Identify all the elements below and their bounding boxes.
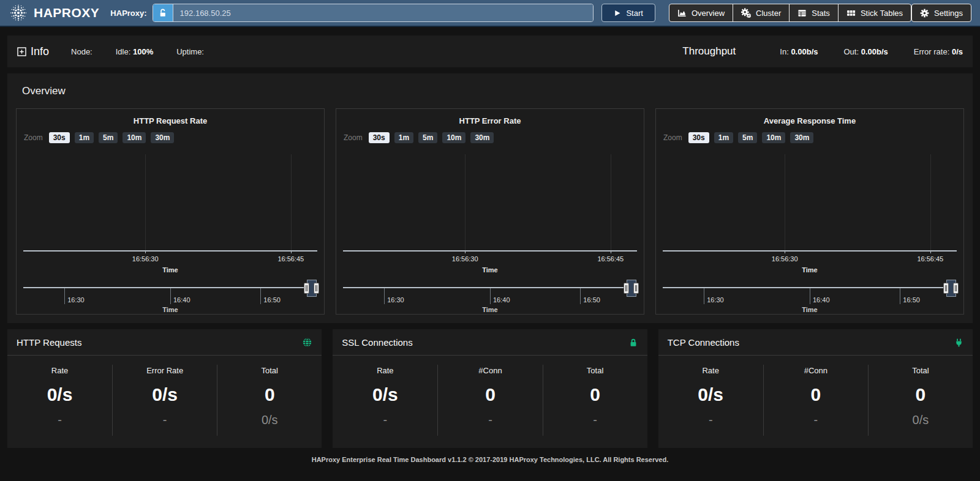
- idle-field: Idle: 100%: [116, 47, 153, 56]
- navigator[interactable]: 16:30 16:40 16:50 Time: [23, 287, 317, 288]
- navigator-tick-label: 16:30: [67, 296, 85, 304]
- navigator-tick-label: 16:50: [583, 296, 600, 304]
- navigator-right-handle[interactable]: [314, 283, 319, 294]
- chart-title: HTTP Error Rate: [336, 116, 644, 125]
- gridline: [930, 154, 931, 250]
- plot-area[interactable]: [343, 153, 637, 252]
- x-axis-labels: 16:56:30 16:56:45: [23, 255, 317, 263]
- card-title: TCP Connections: [668, 337, 739, 348]
- navigator-left-handle[interactable]: [624, 283, 629, 294]
- zoom-10m-button[interactable]: 10m: [123, 132, 146, 143]
- navigator-tick: [64, 288, 65, 304]
- zoom-5m-button[interactable]: 5m: [99, 132, 118, 143]
- http-requests-card: HTTP Requests Rate 0/s -: [7, 329, 322, 448]
- navigator-tick-label: 16:40: [173, 296, 190, 304]
- card-title: HTTP Requests: [17, 337, 81, 348]
- navigator-left-handle[interactable]: [304, 283, 309, 294]
- navigator-tick: [810, 288, 810, 304]
- zoom-1m-button[interactable]: 1m: [714, 132, 733, 143]
- zoom-10m-button[interactable]: 10m: [762, 132, 785, 143]
- area-chart-icon: [677, 9, 687, 18]
- card-body: Rate 0/s - #Conn 0 - Total 0 -: [333, 356, 647, 442]
- navigator[interactable]: 16:30 16:40 16:50 Time: [663, 287, 957, 288]
- zoom-label: Zoom: [663, 133, 682, 142]
- zoom-5m-button[interactable]: 5m: [418, 132, 437, 143]
- zoom-30m-button[interactable]: 30m: [151, 132, 174, 143]
- footer-copyright: HAProxy Enterprise Real Time Dashboard v…: [0, 456, 980, 463]
- address-input-group: [153, 4, 594, 22]
- chart-average-response-time: Average Response Time Zoom 30s 1m 5m 10m…: [655, 108, 964, 315]
- cluster-nav-label: Cluster: [756, 9, 781, 18]
- x-axis-title: Time: [23, 266, 317, 274]
- plot-area[interactable]: [23, 153, 317, 252]
- play-icon: [614, 9, 621, 17]
- navigator-right-handle[interactable]: [633, 283, 639, 294]
- navigator-right-handle[interactable]: [953, 283, 959, 294]
- navigator-left-handle[interactable]: [943, 283, 949, 294]
- zoom-5m-button[interactable]: 5m: [738, 132, 757, 143]
- stick-tables-nav-button[interactable]: Stick Tables: [838, 4, 911, 22]
- haproxy-address-label: HAProxy:: [110, 9, 146, 18]
- zoom-10m-button[interactable]: 10m: [442, 132, 466, 143]
- navigator-tick: [490, 288, 491, 304]
- zoom-30m-button[interactable]: 30m: [470, 132, 494, 143]
- x-tick: [465, 250, 466, 253]
- x-axis-labels: 16:56:30 16:56:45: [663, 255, 957, 263]
- plot-area[interactable]: [663, 153, 957, 252]
- x-tick: [785, 250, 785, 253]
- metric-rate: Rate 0/s -: [333, 365, 437, 436]
- unlock-icon[interactable]: [153, 4, 173, 21]
- zoom-controls: Zoom 30s 1m 5m 10m 30m: [344, 132, 494, 143]
- error-rate: Error rate: 0/s: [914, 47, 963, 56]
- card-header: TCP Connections: [658, 329, 973, 356]
- overview-panel: Overview HTTP Request Rate Zoom 30s 1m 5…: [7, 73, 973, 323]
- metric-error-rate: Error Rate 0/s -: [112, 365, 217, 436]
- plug-icon: [954, 338, 963, 348]
- chart-title: Average Response Time: [656, 116, 963, 125]
- stats-nav-button[interactable]: Stats: [789, 4, 839, 22]
- metric-total: Total 0 0/s: [868, 365, 973, 436]
- info-bar: Info Node: Idle: 100% Uptime: Throughput…: [7, 35, 973, 67]
- lock-icon: [628, 338, 638, 348]
- uptime-field: Uptime:: [176, 47, 204, 56]
- metric-total: Total 0 -: [543, 365, 647, 436]
- ssl-connections-card: SSL Connections Rate 0/s - #Conn 0 - Tot…: [333, 329, 647, 448]
- throughput-in: In: 0.00b/s: [780, 47, 818, 56]
- navigator-tick: [170, 288, 171, 304]
- navigator-tick: [580, 288, 581, 304]
- zoom-30s-button[interactable]: 30s: [49, 132, 70, 143]
- zoom-30s-button[interactable]: 30s: [369, 132, 390, 143]
- summary-cards-row: HTTP Requests Rate 0/s -: [7, 329, 973, 448]
- navigator-tick: [704, 288, 704, 304]
- metric-conn: #Conn 0 -: [437, 365, 542, 436]
- navigator-tick: [900, 288, 900, 304]
- zoom-controls: Zoom 30s 1m 5m 10m 30m: [24, 132, 174, 143]
- throughput-group: Throughput In: 0.00b/s Out: 0.00b/s Erro…: [682, 45, 963, 58]
- start-button[interactable]: Start: [601, 4, 655, 22]
- x-tick: [291, 250, 292, 253]
- stick-tables-nav-label: Stick Tables: [861, 9, 903, 18]
- info-toggle[interactable]: Info: [17, 45, 49, 58]
- card-body: Rate 0/s - #Conn 0 - Total 0 0/s: [658, 356, 973, 442]
- zoom-1m-button[interactable]: 1m: [75, 132, 94, 143]
- zoom-30m-button[interactable]: 30m: [790, 132, 813, 143]
- grid-table-icon: [846, 9, 856, 18]
- x-tick: [611, 250, 611, 253]
- overview-section-title: Overview: [22, 85, 964, 97]
- chart-title: HTTP Request Rate: [17, 116, 324, 125]
- zoom-30s-button[interactable]: 30s: [688, 132, 709, 143]
- settings-button[interactable]: Settings: [911, 4, 971, 22]
- navigator-tick-label: 16:40: [493, 296, 510, 304]
- zoom-1m-button[interactable]: 1m: [394, 132, 413, 143]
- overview-nav-button[interactable]: Overview: [669, 4, 733, 22]
- haproxy-logo: HAPROXY: [9, 3, 99, 23]
- chart-http-error-rate: HTTP Error Rate Zoom 30s 1m 5m 10m 30m 1…: [336, 108, 644, 315]
- address-input[interactable]: [173, 4, 594, 21]
- navigator[interactable]: 16:30 16:40 16:50 Time: [343, 287, 637, 288]
- navigator-axis-title: Time: [663, 306, 957, 313]
- card-body: Rate 0/s - Error Rate 0/s - Total 0 0/s: [7, 356, 322, 442]
- start-button-label: Start: [626, 9, 643, 18]
- chart-http-request-rate: HTTP Request Rate Zoom 30s 1m 5m 10m 30m…: [16, 108, 325, 315]
- info-title-label: Info: [31, 45, 49, 58]
- cluster-nav-button[interactable]: Cluster: [733, 4, 790, 22]
